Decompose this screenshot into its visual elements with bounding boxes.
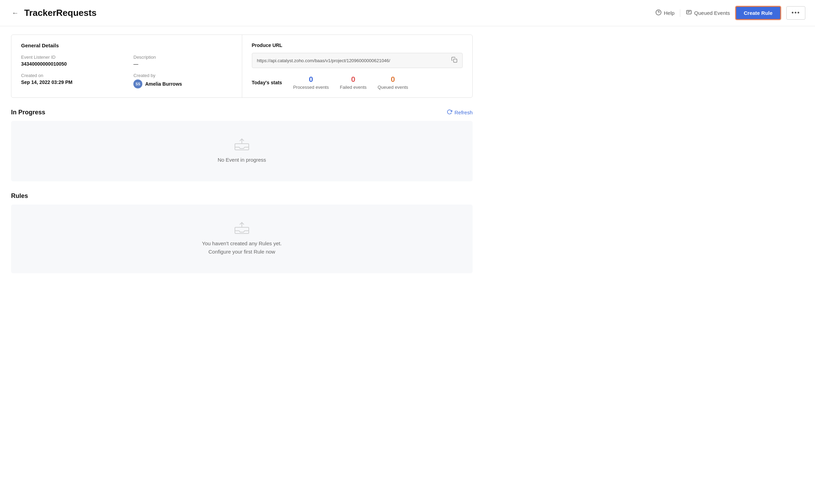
rules-title: Rules [11,192,28,200]
description-value: — [133,61,232,67]
general-details-title: General Details [21,42,232,48]
header-right: Help Queued Events Create Rule ••• [655,6,805,20]
event-listener-id-block: Event Listener ID 34340000000010050 [21,55,120,67]
created-by-block: Created by SS Amelia Burrows [133,73,232,88]
created-by-label: Created by [133,73,232,78]
rules-empty-text: You haven't created any Rules yet. Confi… [202,239,282,256]
refresh-icon [447,109,452,116]
copy-icon[interactable] [451,57,457,64]
more-icon: ••• [792,9,800,16]
details-left: General Details Event Listener ID 343400… [11,35,242,97]
help-icon [655,9,662,17]
rules-section-header: Rules [11,192,473,200]
back-button[interactable]: ← [10,8,21,18]
more-button[interactable]: ••• [786,6,805,20]
failed-events-stat: 0 Failed events [340,75,367,90]
details-card: General Details Event Listener ID 343400… [11,35,473,98]
queued-events-count: 0 [391,75,395,84]
description-label: Description [133,55,232,60]
svg-rect-5 [454,59,457,63]
failed-events-label: Failed events [340,85,367,90]
created-on-block: Created on Sep 14, 2022 03:29 PM [21,73,120,88]
created-on-value: Sep 14, 2022 03:29 PM [21,79,120,85]
rules-empty-line1: You haven't created any Rules yet. [202,240,282,246]
help-label: Help [664,10,674,16]
rules-empty-line2: Configure your first Rule now [208,249,275,255]
main-content: General Details Event Listener ID 343400… [0,26,484,293]
queued-events-label: Queued Events [694,10,730,16]
header-divider [680,9,680,17]
in-progress-empty-icon [234,138,249,152]
queued-events-stat: 0 Queued events [378,75,408,90]
refresh-label: Refresh [454,110,473,115]
created-by-value: SS Amelia Burrows [133,79,232,88]
queued-events-button[interactable]: Queued Events [686,9,730,17]
queued-events-label: Queued events [378,85,408,90]
created-on-label: Created on [21,73,120,78]
header-left: ← TrackerRequests [10,8,650,18]
rules-empty-icon [234,222,249,235]
page-title: TrackerRequests [24,8,97,18]
failed-events-count: 0 [351,75,355,84]
stats-row: Today's stats 0 Processed events 0 Faile… [252,75,463,90]
queued-events-icon [686,9,692,17]
processed-events-stat: 0 Processed events [293,75,329,90]
details-grid: Event Listener ID 34340000000010050 Desc… [21,55,232,88]
rules-empty-state: You haven't created any Rules yet. Confi… [11,205,473,273]
creator-name: Amelia Burrows [145,81,182,87]
processed-events-count: 0 [309,75,313,84]
create-rule-button[interactable]: Create Rule [736,6,781,20]
processed-events-label: Processed events [293,85,329,90]
back-icon: ← [12,9,19,17]
event-listener-id-label: Event Listener ID [21,55,120,60]
avatar: SS [133,79,142,88]
header: ← TrackerRequests Help [0,0,815,26]
url-box: https://api.catalyst.zoho.com/baas/v1/pr… [252,53,463,68]
details-right: Produce URL https://api.catalyst.zoho.co… [242,35,473,97]
help-button[interactable]: Help [655,9,674,17]
refresh-button[interactable]: Refresh [447,109,473,116]
description-block: Description — [133,55,232,67]
event-listener-id-value: 34340000000010050 [21,61,120,67]
produce-url-label: Produce URL [252,42,463,48]
in-progress-section-header: In Progress Refresh [11,109,473,116]
in-progress-title: In Progress [11,109,45,116]
in-progress-empty-text: No Event in progress [218,156,266,164]
produce-url-text: https://api.catalyst.zoho.com/baas/v1/pr… [257,58,448,63]
in-progress-empty-state: No Event in progress [11,121,473,181]
todays-stats-label: Today's stats [252,80,282,85]
